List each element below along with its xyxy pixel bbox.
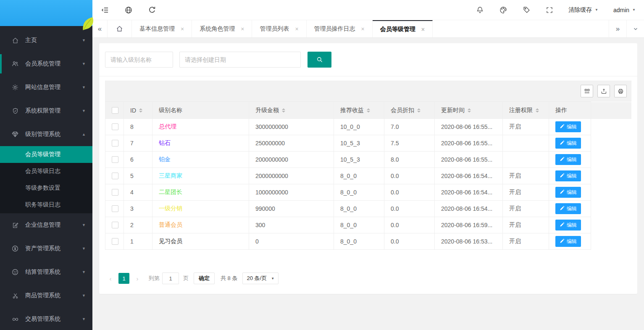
close-icon[interactable]: × <box>295 26 298 32</box>
tab-4[interactable]: 管理员操作日志× <box>307 20 373 37</box>
page-1-button[interactable]: 1 <box>118 273 129 284</box>
column-header-4[interactable]: 推荐收益 <box>334 102 384 119</box>
tab-3[interactable]: 管理员列表× <box>252 20 306 37</box>
level-name-link[interactable]: 二星团长 <box>159 189 182 195</box>
sidebar-item-goods-system[interactable]: 商品管理系统▼ <box>0 284 92 307</box>
close-icon[interactable]: × <box>181 26 184 32</box>
referral-income-cell: 8_0_0 <box>334 201 384 217</box>
sidebar-item-system-permission[interactable]: 系统权限管理▼ <box>0 99 92 123</box>
search-button[interactable] <box>308 52 331 68</box>
sidebar-item-trade-system[interactable]: 交易管理系统▼ <box>0 307 92 330</box>
sidebar-subitem-member-level-log[interactable]: 会员等级日志 <box>0 163 92 180</box>
edit-button[interactable]: 编辑 <box>555 154 581 165</box>
level-name-link[interactable]: 一级分销 <box>159 205 182 212</box>
sidebar-subitem-level-param-setting[interactable]: 等级参数设置 <box>0 180 92 196</box>
close-icon[interactable]: × <box>241 26 244 32</box>
edit-button[interactable]: 编辑 <box>555 170 581 181</box>
edit-button[interactable]: 编辑 <box>555 236 581 247</box>
level-name-link[interactable]: 普通会员 <box>159 221 182 228</box>
level-name-link[interactable]: 铂金 <box>159 156 171 162</box>
refresh-icon[interactable] <box>148 6 156 14</box>
tab-1[interactable]: 基本信息管理× <box>132 20 192 37</box>
sort-icon[interactable] <box>417 108 421 113</box>
sidebar-item-asset-system[interactable]: 资产管理系统▼ <box>0 237 92 260</box>
sidebar-item-settlement-system[interactable]: 结算管理系统▼ <box>0 260 92 284</box>
filter-columns-button[interactable] <box>581 85 593 97</box>
logo-banner[interactable] <box>0 0 92 26</box>
topbar-left <box>101 6 156 14</box>
row-checkbox[interactable] <box>112 189 118 196</box>
column-header-7[interactable]: 注册权限 <box>503 102 549 119</box>
collapse-sidebar-icon[interactable] <box>101 6 109 14</box>
sidebar-item-enterprise-info[interactable]: 企业信息管理▼ <box>0 213 92 237</box>
bell-icon[interactable] <box>476 6 484 14</box>
sidebar-item-member-system[interactable]: 会员系统管理▼ <box>0 52 92 76</box>
sort-icon[interactable] <box>367 108 370 113</box>
column-header-5[interactable]: 会员折扣 <box>384 102 435 119</box>
sidebar-subitem-member-level-manage[interactable]: 会员等级管理 <box>0 146 92 163</box>
sort-icon[interactable] <box>468 108 471 113</box>
columns-icon <box>584 88 590 94</box>
chevron-down-icon: ▼ <box>82 38 86 42</box>
sidebar-item-site-info[interactable]: 网站信息管理▼ <box>0 76 92 99</box>
row-checkbox[interactable] <box>112 238 118 245</box>
row-checkbox[interactable] <box>112 222 118 228</box>
column-header-6[interactable]: 更新时间 <box>435 102 503 119</box>
row-checkbox[interactable] <box>112 123 118 130</box>
clear-cache-dropdown[interactable]: 清除缓存 ▼ <box>568 6 598 14</box>
row-filler <box>591 135 632 152</box>
sort-icon[interactable] <box>282 108 285 113</box>
column-header-3[interactable]: 升级金额 <box>249 102 334 119</box>
tab-label: 管理员操作日志 <box>314 25 355 33</box>
sort-icon[interactable] <box>139 108 142 113</box>
select-all-checkbox[interactable] <box>112 107 118 114</box>
row-checkbox[interactable] <box>112 140 118 147</box>
sort-icon[interactable] <box>536 108 539 113</box>
tabs-menu-icon[interactable] <box>626 20 644 37</box>
edit-button[interactable]: 编辑 <box>555 187 581 198</box>
column-header-1[interactable]: ID <box>124 102 152 119</box>
level-name-link[interactable]: 钻石 <box>159 139 171 146</box>
scissors-icon <box>11 291 19 300</box>
prev-page-icon[interactable]: ‹ <box>105 273 116 284</box>
print-button[interactable] <box>614 85 627 97</box>
palette-icon[interactable] <box>499 6 507 14</box>
member-discount: 0.0 <box>391 189 399 196</box>
edit-button[interactable]: 编辑 <box>555 138 581 149</box>
close-icon[interactable]: × <box>361 26 365 32</box>
edit-button[interactable]: 编辑 <box>555 121 581 132</box>
tag-icon[interactable] <box>523 6 531 14</box>
sidebar-item-home[interactable]: 主页▼ <box>0 29 92 52</box>
update-time: 2020-08-06 16:59... <box>441 222 492 228</box>
edit-button[interactable]: 编辑 <box>555 220 581 230</box>
sidebar-subitem-duty-level-log[interactable]: 职务等级日志 <box>0 196 92 213</box>
row-checkbox[interactable] <box>112 205 118 212</box>
globe-icon[interactable] <box>124 6 133 14</box>
tab-5[interactable]: 会员等级管理× <box>373 20 433 37</box>
column-header-label: 升级金额 <box>255 107 279 114</box>
user-dropdown[interactable]: admin ▼ <box>613 7 636 13</box>
confirm-button[interactable]: 确定 <box>194 272 215 284</box>
home-icon <box>11 36 19 45</box>
level-name-input[interactable] <box>105 52 173 68</box>
close-icon[interactable]: × <box>421 26 425 33</box>
fullscreen-icon[interactable] <box>546 6 553 14</box>
tabs-scroll-right-icon[interactable]: » <box>609 20 626 37</box>
export-button[interactable] <box>597 85 610 97</box>
level-name-link[interactable]: 总代理 <box>159 123 176 130</box>
edit-button[interactable]: 编辑 <box>555 203 581 214</box>
sidebar-item-level-system[interactable]: 级别管理系统▲ <box>0 123 92 146</box>
update-time-cell: 2020-08-06 16:55... <box>435 119 503 135</box>
level-name-link[interactable]: 见习会员 <box>159 238 182 244</box>
row-checkbox[interactable] <box>112 156 118 163</box>
home-icon <box>116 25 123 32</box>
member-level-card: ID级别名称升级金额推荐收益会员折扣更新时间注册权限操作 8总代理3000000… <box>99 43 637 294</box>
page-size-select[interactable]: 20 条/页 ▼ <box>242 272 279 284</box>
tab-home[interactable] <box>108 20 132 37</box>
next-page-icon[interactable]: › <box>132 273 143 284</box>
row-checkbox[interactable] <box>112 173 118 179</box>
level-name-link[interactable]: 三星商家 <box>159 172 182 179</box>
goto-page-input[interactable] <box>162 272 179 284</box>
create-date-input[interactable] <box>179 52 301 68</box>
tab-2[interactable]: 系统角色管理× <box>192 20 252 37</box>
